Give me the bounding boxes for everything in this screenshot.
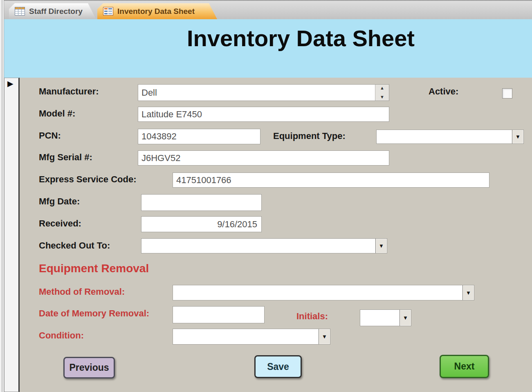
dropdown-arrow-icon[interactable]: ▼ <box>462 285 474 300</box>
spinner-up-icon[interactable]: ▲ <box>380 86 384 90</box>
received-input[interactable]: 9/16/2015 <box>141 216 262 232</box>
mfg-serial-label: Mfg Serial #: <box>39 152 92 163</box>
spinner-control[interactable]: ▲ ▼ <box>375 85 389 101</box>
model-input[interactable]: Latitude E7450 <box>138 107 389 122</box>
tab-label: Inventory Data Sheet <box>117 7 195 16</box>
dropdown-arrow-icon[interactable]: ▼ <box>319 329 330 344</box>
condition-label: Condition: <box>39 330 84 341</box>
window-left-edge <box>0 0 4 392</box>
express-service-code-label: Express Service Code: <box>39 174 136 185</box>
method-of-removal-label: Method of Removal: <box>39 287 125 297</box>
equipment-removal-heading: Equipment Removal <box>39 262 149 275</box>
mfg-date-input[interactable] <box>141 194 262 211</box>
spinner-down-icon[interactable]: ▼ <box>380 95 384 99</box>
initials-label: Initials: <box>296 311 328 322</box>
initials-dropdown[interactable]: ▼ <box>360 309 411 326</box>
dropdown-arrow-icon[interactable]: ▼ <box>512 130 523 143</box>
mfg-date-label: Mfg Date: <box>39 196 80 207</box>
tab-inventory-data-sheet[interactable]: Inventory Data Sheet <box>97 3 217 19</box>
active-label: Active: <box>429 86 458 97</box>
method-of-removal-dropdown[interactable]: ▼ <box>173 285 474 300</box>
date-of-memory-removal-input[interactable] <box>173 306 265 323</box>
tab-label: Staff Directory <box>29 7 83 16</box>
record-selector-bar[interactable]: ▶ <box>4 78 20 392</box>
pcn-label: PCN: <box>39 130 61 141</box>
inventory-form-window: Staff Directory Inventory Data Sheet Inv… <box>0 0 532 392</box>
manufacturer-label: Manufacturer: <box>39 86 99 97</box>
tab-staff-directory[interactable]: Staff Directory <box>9 3 96 19</box>
equipment-type-label: Equipment Type: <box>273 131 346 141</box>
save-button[interactable]: Save <box>254 355 302 378</box>
datasheet-table-icon <box>15 7 25 16</box>
equipment-type-dropdown[interactable]: ▼ <box>376 130 524 144</box>
express-service-code-input[interactable]: 41751001766 <box>173 172 489 188</box>
form-header: Inventory Data Sheet <box>4 19 532 78</box>
page-title: Inventory Data Sheet <box>70 25 532 52</box>
pcn-input[interactable]: 1043892 <box>138 129 260 144</box>
previous-button[interactable]: Previous <box>63 357 115 379</box>
current-record-arrow-icon: ▶ <box>7 80 13 87</box>
active-checkbox[interactable] <box>502 88 512 99</box>
form-icon <box>103 7 113 16</box>
received-label: Received: <box>39 218 81 229</box>
model-label: Model #: <box>39 108 75 119</box>
checked-out-to-label: Checked Out To: <box>39 240 110 251</box>
next-button[interactable]: Next <box>440 355 489 378</box>
dropdown-arrow-icon[interactable]: ▼ <box>375 239 387 253</box>
condition-dropdown[interactable]: ▼ <box>173 329 330 345</box>
dropdown-arrow-icon[interactable]: ▼ <box>400 310 411 326</box>
date-of-memory-removal-label: Date of Memory Removal: <box>39 308 149 319</box>
mfg-serial-input[interactable]: J6HGV52 <box>138 150 389 166</box>
tab-bar: Staff Directory Inventory Data Sheet <box>4 0 532 19</box>
manufacturer-input[interactable]: Dell ▲ ▼ <box>138 84 389 101</box>
checked-out-to-dropdown[interactable]: ▼ <box>141 238 387 253</box>
